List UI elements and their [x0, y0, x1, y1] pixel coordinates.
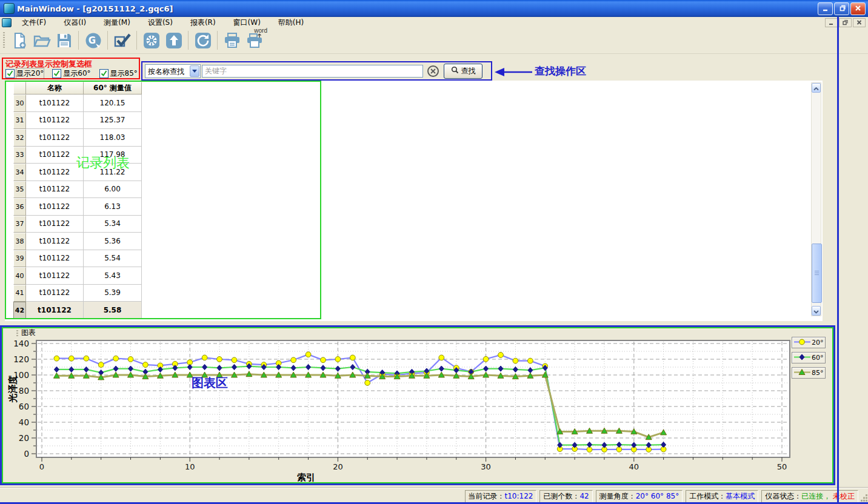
scrollbar-thumb[interactable] [812, 244, 822, 303]
upload-data-button[interactable] [162, 29, 185, 51]
new-file-button[interactable] [8, 29, 30, 51]
new-file-icon [11, 32, 28, 49]
open-file-button[interactable] [30, 29, 53, 51]
find-button[interactable]: 查找 [444, 64, 482, 79]
printer-word-icon [245, 32, 264, 49]
legend-label: 60° [812, 354, 824, 362]
table-row[interactable]: 37t1011225.34 [13, 216, 142, 233]
table-row[interactable]: 32t101122118.03 [13, 129, 142, 147]
minimize-button[interactable] [818, 2, 833, 15]
close-icon [856, 18, 863, 27]
column-header-value[interactable]: 60° 测量值 [84, 82, 142, 94]
legend-item-20°: 20° [792, 337, 826, 348]
svg-text:40: 40 [19, 417, 29, 427]
cell-name: t101122 [26, 285, 84, 302]
menu-measure[interactable]: 测量(M) [98, 18, 136, 27]
show-20-checkbox[interactable] [5, 69, 15, 78]
chevron-down-icon [813, 307, 819, 316]
svg-text:0: 0 [24, 449, 29, 459]
chevron-down-icon[interactable] [190, 65, 199, 77]
menu-window[interactable]: 窗口(W) [228, 18, 266, 27]
sync-data-button[interactable] [192, 29, 214, 51]
wheel-icon [142, 31, 161, 50]
cell-value: 118.03 [84, 129, 142, 147]
save-file-button[interactable] [53, 29, 75, 51]
cell-value: 5.43 [84, 267, 142, 285]
status-label: 已测个数： [543, 492, 579, 500]
svg-text:40: 40 [629, 462, 639, 471]
upload-icon [165, 31, 183, 50]
chart-panel-grip[interactable] [16, 330, 18, 337]
cell-name: t101122 [26, 181, 84, 199]
checkbox-annotation-box: 记录列表显示控制复选框 显示20°显示60°显示85° [2, 58, 140, 79]
toolbar-separator [78, 31, 79, 50]
svg-text:0: 0 [39, 462, 44, 471]
legend-item-60°: 60° [792, 352, 826, 363]
toolbar: Gword [0, 28, 868, 54]
check-icon [113, 31, 132, 50]
connect-instrument-button[interactable]: G [82, 29, 104, 51]
scroll-up-button[interactable] [812, 83, 821, 93]
table-row[interactable]: 38t1011225.36 [13, 233, 142, 250]
title-bar[interactable]: MainWindow - [g20151112_2.gqc6] [0, 0, 868, 17]
close-button[interactable] [850, 2, 866, 15]
table-row[interactable]: 42t1011225.58 [13, 302, 142, 319]
restore-button[interactable] [834, 2, 849, 15]
table-row[interactable]: 40t1011225.43 [13, 267, 142, 285]
status-label: 当前记录： [469, 492, 505, 500]
mdi-close-button[interactable] [853, 18, 866, 27]
measure-button[interactable] [111, 29, 133, 51]
menu-help[interactable]: 帮助(H) [273, 18, 309, 27]
menu-settings[interactable]: 设置(S) [142, 18, 178, 27]
export-word-button[interactable]: word [243, 29, 265, 51]
status-bar: 当前记录：t10:122 已测个数：42 测量角度：20° 60° 85° 工作… [0, 488, 868, 503]
cell-name: t101122 [26, 267, 84, 285]
menu-file[interactable]: 文件(F) [16, 18, 52, 27]
clear-search-button[interactable] [427, 65, 439, 77]
menu-report[interactable]: 报表(R) [185, 18, 221, 27]
cell-value: 5.39 [84, 285, 142, 302]
measure-angles-panel: 测量角度：20° 60° 85° [596, 490, 683, 503]
window-title: MainWindow - [g20151112_2.gqc6] [17, 4, 173, 13]
mdi-minimize-button[interactable] [825, 18, 838, 27]
measured-count-panel: 已测个数：42 [539, 490, 592, 503]
cell-value: 6.00 [84, 181, 142, 199]
cell-name: t101122 [26, 216, 84, 233]
show-20-filter: 显示20° [5, 68, 44, 79]
work-mode-panel: 工作模式：基本模式 [686, 490, 758, 503]
row-number: 39 [13, 250, 26, 268]
menu-instrument[interactable]: 仪器(I) [58, 18, 92, 27]
open-folder-icon [33, 32, 51, 49]
column-header-name[interactable]: 名称 [26, 82, 84, 94]
print-button[interactable] [221, 29, 243, 51]
table-row[interactable]: 30t101122120.15 [13, 94, 142, 112]
table-row[interactable]: 39t1011225.54 [13, 250, 142, 268]
svg-text:G: G [88, 35, 95, 46]
row-number: 32 [13, 129, 26, 147]
table-row[interactable]: 36t1011226.13 [13, 198, 142, 216]
row-number: 40 [13, 267, 26, 285]
show-60-checkbox[interactable] [52, 69, 61, 78]
search-mode-combobox[interactable]: 按名称查找 [145, 64, 201, 78]
mdi-restore-button[interactable] [839, 18, 852, 27]
table-row[interactable]: 35t1011226.00 [13, 181, 142, 199]
search-icon [451, 66, 459, 76]
toolbar-separator [136, 31, 137, 50]
mdi-window-controls [825, 18, 866, 27]
status-value: t10:122 [505, 492, 533, 500]
vertical-scrollbar[interactable] [811, 82, 821, 316]
status-panels: 当前记录：t10:122 已测个数：42 测量角度：20° 60° 85° 工作… [465, 490, 858, 503]
search-input[interactable] [202, 65, 423, 78]
chart-panel-title: 图表 [21, 328, 36, 338]
row-number: 37 [13, 216, 26, 233]
toolbar-buttons: Gword [8, 29, 265, 52]
chart-x-axis-label: 索引 [297, 472, 315, 483]
calibrate-button[interactable] [140, 29, 162, 51]
scroll-down-button[interactable] [812, 306, 821, 316]
svg-text:120: 120 [13, 354, 29, 364]
restore-icon [838, 4, 846, 13]
table-row[interactable]: 41t1011225.39 [13, 285, 142, 302]
show-85-checkbox[interactable] [99, 69, 109, 78]
toolbar-grip-handle[interactable] [3, 32, 5, 49]
table-row[interactable]: 31t101122125.37 [13, 112, 142, 130]
